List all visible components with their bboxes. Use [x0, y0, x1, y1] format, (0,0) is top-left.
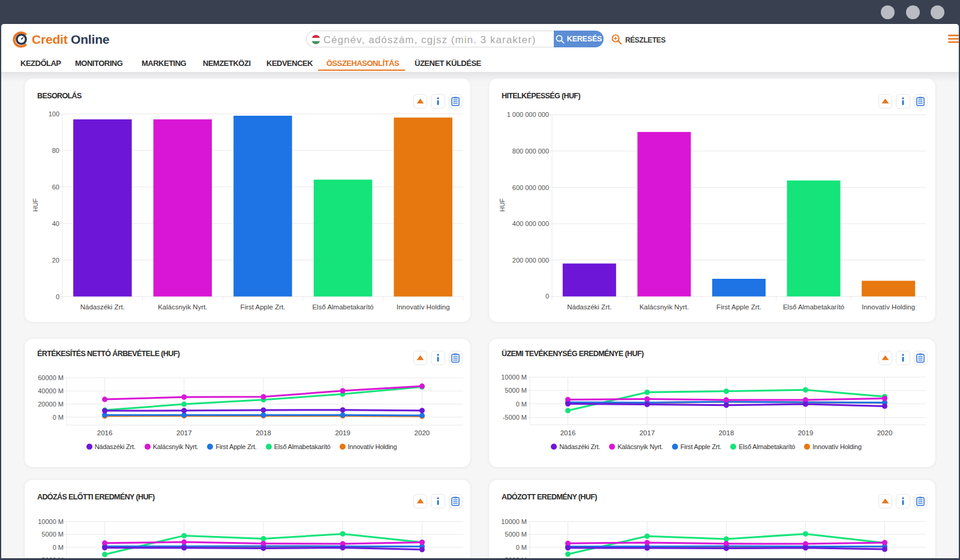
svg-text:80: 80 — [52, 147, 59, 154]
svg-text:5000 M: 5000 M — [505, 387, 527, 394]
svg-text:5000 M: 5000 M — [41, 531, 64, 538]
svg-text:5000 M: 5000 M — [505, 531, 527, 538]
svg-text:10000 M: 10000 M — [38, 518, 64, 525]
svg-text:100: 100 — [49, 110, 59, 118]
svg-text:20000 M: 20000 M — [38, 401, 64, 408]
svg-text:Nádaszéki Zrt.: Nádaszéki Zrt. — [80, 303, 125, 311]
svg-text:First Apple Zrt.: First Apple Zrt. — [716, 303, 761, 311]
svg-text:-5000 M: -5000 M — [503, 414, 527, 421]
svg-text:Innovatív Holding: Innovatív Holding — [397, 303, 450, 311]
svg-text:0 M: 0 M — [53, 544, 64, 551]
svg-text:60: 60 — [52, 183, 59, 191]
svg-text:Kalácsnyik Nyrt.: Kalácsnyik Nyrt. — [640, 303, 689, 311]
svg-text:1 000 000 000: 1 000 000 000 — [507, 111, 549, 118]
svg-text:2020: 2020 — [877, 429, 893, 436]
svg-text:10000 M: 10000 M — [501, 518, 527, 525]
svg-text:10000 M: 10000 M — [501, 374, 527, 381]
svg-text:20: 20 — [52, 257, 59, 264]
svg-text:Nádaszéki Zrt.: Nádaszéki Zrt. — [567, 303, 611, 311]
svg-text:2017: 2017 — [640, 429, 655, 436]
svg-text:-5000 M: -5000 M — [503, 556, 527, 558]
svg-text:0: 0 — [56, 293, 59, 300]
svg-text:-5000 M: -5000 M — [40, 556, 64, 558]
svg-text:0 M: 0 M — [516, 544, 527, 551]
svg-text:60000 M: 60000 M — [38, 374, 64, 381]
svg-text:40000 M: 40000 M — [38, 387, 64, 395]
svg-text:2018: 2018 — [719, 429, 734, 436]
svg-text:0 M: 0 M — [516, 401, 527, 408]
svg-text:HUF: HUF — [499, 198, 506, 212]
svg-text:First Apple Zrt.: First Apple Zrt. — [241, 303, 286, 311]
svg-text:Első Almabetakarító: Első Almabetakarító — [312, 303, 373, 311]
svg-text:2019: 2019 — [798, 429, 814, 436]
svg-text:2017: 2017 — [176, 429, 192, 436]
svg-text:0 M: 0 M — [53, 414, 64, 421]
svg-text:Innovatív Holding: Innovatív Holding — [862, 303, 915, 311]
svg-text:2020: 2020 — [415, 429, 430, 436]
svg-text:40: 40 — [52, 220, 59, 227]
svg-text:2018: 2018 — [256, 429, 271, 436]
svg-text:Első Almabetakarító: Első Almabetakarító — [783, 303, 844, 311]
svg-text:2016: 2016 — [560, 429, 576, 436]
svg-text:600 000 000: 600 000 000 — [512, 184, 549, 191]
svg-text:800 000 000: 800 000 000 — [512, 147, 549, 155]
svg-text:2019: 2019 — [335, 429, 350, 436]
svg-text:400 000 000: 400 000 000 — [512, 220, 549, 227]
svg-text:HUF: HUF — [32, 198, 39, 212]
svg-text:200 000 000: 200 000 000 — [512, 257, 549, 264]
svg-text:Kalácsnyik Nyrt.: Kalácsnyik Nyrt. — [158, 303, 207, 311]
svg-text:0: 0 — [545, 293, 549, 300]
svg-text:2016: 2016 — [97, 429, 113, 436]
